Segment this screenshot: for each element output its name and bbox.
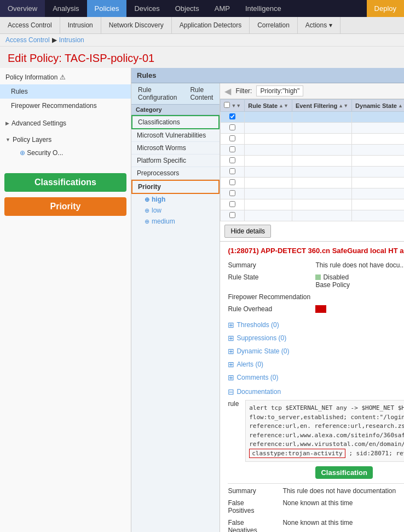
th-event-filtering[interactable]: Event Filtering ▲▼ bbox=[292, 100, 351, 112]
expand-icon: ⊕ bbox=[20, 149, 27, 157]
priority-medium[interactable]: medium bbox=[139, 216, 220, 227]
alerts-header[interactable]: ⊞ Alerts (0) bbox=[228, 358, 404, 370]
row-dynamic-state bbox=[352, 199, 404, 210]
rule-overhead-label: Rule Overhead bbox=[228, 305, 315, 313]
row-checkbox[interactable] bbox=[221, 210, 245, 221]
row-rule-state bbox=[245, 210, 292, 221]
firepower-rec-label: Firepower Recommendation bbox=[228, 293, 315, 301]
advanced-settings-toggle[interactable]: Advanced Settings bbox=[0, 117, 131, 129]
thresholds-header[interactable]: ⊞ Thresholds (0) bbox=[228, 319, 404, 331]
rule-config-tab[interactable]: Rule Configuration bbox=[131, 83, 183, 104]
policy-info-label: Policy Information bbox=[5, 73, 57, 81]
table-row[interactable]: 1 28071 APP-DETECT 360.cn SafeGuard loca… bbox=[221, 112, 404, 123]
rules-right-panel: ◀ Filter: Priority:"high" 0 selected rul… bbox=[220, 83, 404, 532]
th-rule-state[interactable]: Rule State ▲▼ bbox=[245, 100, 292, 112]
sidebar-item-security-override[interactable]: ⊕ Security O... bbox=[9, 146, 131, 160]
false-positives-value: None known at this time bbox=[282, 499, 404, 507]
rule-state-dot bbox=[315, 274, 321, 280]
classification-bottom-badge[interactable]: Classification bbox=[315, 466, 373, 479]
row-checkbox[interactable] bbox=[221, 123, 245, 134]
nav-intrusion[interactable]: Intrusion bbox=[60, 17, 101, 33]
nav-network-discovery[interactable]: Network Discovery bbox=[101, 17, 172, 33]
filter-bar: ◀ Filter: Priority:"high" 0 selected rul… bbox=[220, 83, 404, 99]
row-dynamic-state bbox=[352, 210, 404, 221]
category-classifications[interactable]: Classifications bbox=[131, 115, 220, 129]
policy-layers-toggle[interactable]: Policy Layers bbox=[0, 134, 131, 146]
sidebar-policy-info: Policy Information ⚠ Rules Firepower Rec… bbox=[0, 68, 131, 115]
table-row[interactable]: 1 25359 APP-DETECT Acunetix web vulnerab… bbox=[221, 156, 404, 167]
row-checkbox[interactable] bbox=[221, 134, 245, 145]
nav-access-control[interactable]: Access Control bbox=[0, 17, 60, 33]
nav-intelligence[interactable]: Intelligence bbox=[238, 0, 289, 17]
hide-details-button[interactable]: Hide details bbox=[224, 225, 271, 238]
sort-icon-rulestate: ▲▼ bbox=[279, 103, 288, 108]
row-checkbox[interactable] bbox=[221, 156, 245, 167]
nav-analysis[interactable]: Analysis bbox=[45, 0, 86, 17]
priority-badge[interactable]: Priority bbox=[4, 197, 126, 216]
table-row[interactable]: 1 25365 APP-DETECT Acunetix web vulnerab… bbox=[221, 199, 404, 210]
suppressions-header[interactable]: ⊞ Suppressions (0) bbox=[228, 332, 404, 344]
comments-header[interactable]: ⊞ Comments (0) bbox=[228, 371, 404, 384]
row-rule-state bbox=[245, 188, 292, 199]
documentation-header[interactable]: ⊟ Documentation bbox=[228, 386, 404, 398]
checkbox-all[interactable] bbox=[224, 102, 230, 109]
documentation-label: Documentation bbox=[236, 388, 281, 396]
category-preprocessors[interactable]: Preprocessors bbox=[131, 167, 220, 180]
sidebar-item-rules[interactable]: Rules bbox=[0, 84, 131, 99]
row-event-filtering bbox=[292, 199, 351, 210]
breadcrumb-access-control[interactable]: Access Control bbox=[5, 36, 50, 44]
nav-overview[interactable]: Overview bbox=[0, 0, 45, 17]
row-rule-state bbox=[245, 134, 292, 145]
row-rule-state bbox=[245, 178, 292, 188]
rule-state-value: Disabled Base Policy bbox=[315, 273, 404, 289]
rules-table: ▼▼ Rule State ▲▼ bbox=[220, 99, 404, 221]
table-row[interactable]: 1 25360 APP-DETECT Acunetix web vulnerab… bbox=[221, 134, 404, 145]
category-ms-worms[interactable]: Microsoft Worms bbox=[131, 142, 220, 155]
alerts-section: ⊞ Alerts (0) bbox=[228, 358, 404, 370]
rule-state-label: Rule State bbox=[228, 273, 315, 281]
row-event-filtering bbox=[292, 188, 351, 199]
row-checkbox[interactable] bbox=[221, 167, 245, 178]
classifications-badge[interactable]: Classifications bbox=[4, 173, 126, 192]
nav-correlation[interactable]: Correlation bbox=[250, 17, 298, 33]
policy-info-header[interactable]: Policy Information ⚠ bbox=[0, 70, 131, 84]
category-ms-vulnerabilities[interactable]: Microsoft Vulnerabilities bbox=[131, 129, 220, 142]
suppressions-section: ⊞ Suppressions (0) bbox=[228, 332, 404, 344]
rule-content-tab[interactable]: Rule Content bbox=[183, 83, 220, 104]
priority-high[interactable]: high bbox=[139, 194, 220, 205]
deploy-button[interactable]: Deploy bbox=[367, 0, 404, 17]
table-row[interactable]: 1 25362 APP-DETECT Acunetix web vulnerab… bbox=[221, 145, 404, 156]
advanced-settings-label: Advanced Settings bbox=[11, 119, 66, 127]
row-dynamic-state bbox=[352, 178, 404, 188]
nav-application-detectors[interactable]: Application Detectors bbox=[172, 17, 250, 33]
row-checkbox[interactable] bbox=[221, 145, 245, 156]
table-row[interactable]: 1 23617 APP-DETECT Amazon Kindle chrome-… bbox=[221, 210, 404, 221]
row-rule-state bbox=[245, 167, 292, 178]
th-dynamic-state[interactable]: Dynamic State ▲▼ bbox=[352, 100, 404, 112]
breadcrumb-intrusion[interactable]: Intrusion bbox=[59, 36, 84, 44]
nav-devices[interactable]: Devices bbox=[126, 0, 167, 17]
table-row[interactable]: 1 25364 APP-DETECT Acunetix web vulnerab… bbox=[221, 167, 404, 178]
row-rule-state bbox=[245, 145, 292, 156]
filter-nav-arrow[interactable]: ◀ bbox=[224, 86, 231, 96]
row-dynamic-state bbox=[352, 134, 404, 145]
category-priority[interactable]: Priority bbox=[131, 180, 220, 194]
dynamic-state-header[interactable]: ⊞ Dynamic State (0) bbox=[228, 345, 404, 357]
nav-objects[interactable]: Objects bbox=[168, 0, 207, 17]
nav-amp[interactable]: AMP bbox=[207, 0, 238, 17]
row-checkbox[interactable] bbox=[221, 112, 245, 123]
nav-policies[interactable]: Policies bbox=[87, 0, 127, 17]
row-checkbox[interactable] bbox=[221, 188, 245, 199]
table-row[interactable]: 1 25361 APP-DETECT Acunetix web vulnerab… bbox=[221, 178, 404, 188]
priority-low[interactable]: low bbox=[139, 205, 220, 216]
category-platform-specific[interactable]: Platform Specific bbox=[131, 155, 220, 167]
table-row[interactable]: 1 25358 APP-DETECT Acunetix web vulnerab… bbox=[221, 123, 404, 134]
row-checkbox[interactable] bbox=[221, 199, 245, 210]
table-row[interactable]: 1 25363 APP-DETECT Acunetix web vulnerab… bbox=[221, 188, 404, 199]
nav-actions[interactable]: Actions bbox=[298, 17, 340, 33]
row-event-filtering bbox=[292, 167, 351, 178]
row-checkbox[interactable] bbox=[221, 178, 245, 188]
sidebar-item-firepower-rec[interactable]: Firepower Recommendations bbox=[0, 99, 131, 113]
suppressions-expand-icon: ⊞ bbox=[228, 334, 234, 342]
bottom-summary-row: Summary This rule does not have document… bbox=[228, 487, 404, 495]
